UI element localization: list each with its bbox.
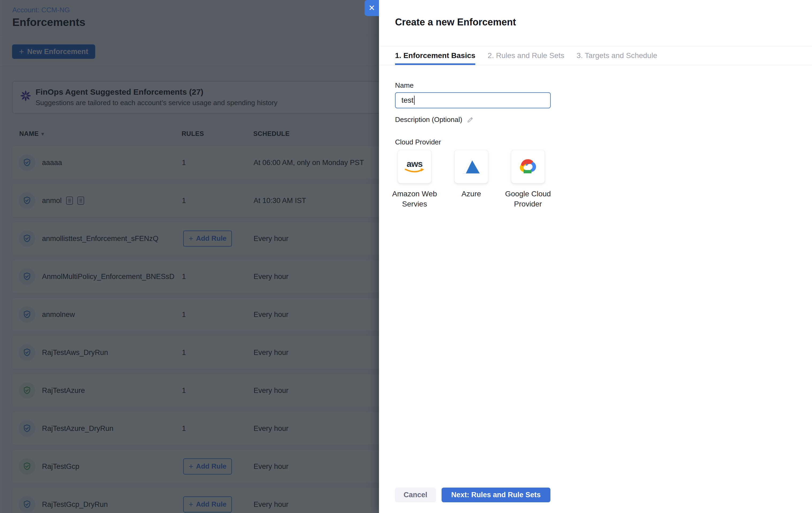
provider-card-aws[interactable]: aws Amazon Web Servies: [398, 150, 431, 183]
close-drawer-button[interactable]: ✕: [365, 0, 379, 16]
text-caret: [414, 96, 414, 105]
tab-targets-and-schedule[interactable]: 3. Targets and Schedule: [577, 46, 657, 65]
cloud-provider-cards: aws Amazon Web Servies: [398, 150, 545, 183]
aws-logo-icon: aws: [403, 159, 427, 175]
svg-text:aws: aws: [407, 159, 422, 169]
edit-pencil-icon[interactable]: [466, 116, 474, 123]
create-enforcement-drawer: ✕ Create a new Enforcement 1. Enforcemen…: [379, 0, 812, 513]
cancel-button[interactable]: Cancel: [395, 488, 436, 502]
gcp-logo-icon: [518, 158, 538, 175]
provider-card-gcp[interactable]: Google Cloud Provider: [511, 150, 545, 183]
provider-label-gcp: Google Cloud Provider: [485, 189, 571, 209]
close-icon: ✕: [368, 4, 375, 12]
drawer-title: Create a new Enforcement: [395, 17, 516, 28]
tab-rules-and-rule-sets[interactable]: 2. Rules and Rule Sets: [488, 46, 564, 65]
description-label: Description (Optional): [395, 116, 462, 124]
modal-scrim[interactable]: [0, 0, 379, 513]
next-rules-button[interactable]: Next: Rules and Rule Sets: [441, 488, 550, 502]
wizard-tabs: 1. Enforcement Basics 2. Rules and Rule …: [379, 46, 812, 65]
name-input-value: test: [402, 96, 413, 105]
provider-card-azure[interactable]: Azure: [455, 150, 488, 183]
name-input[interactable]: test: [395, 92, 551, 108]
name-label: Name: [395, 81, 413, 90]
tab-enforcement-basics[interactable]: 1. Enforcement Basics: [395, 46, 475, 65]
azure-logo-icon: [463, 159, 480, 175]
cloud-provider-label: Cloud Provider: [395, 138, 441, 146]
